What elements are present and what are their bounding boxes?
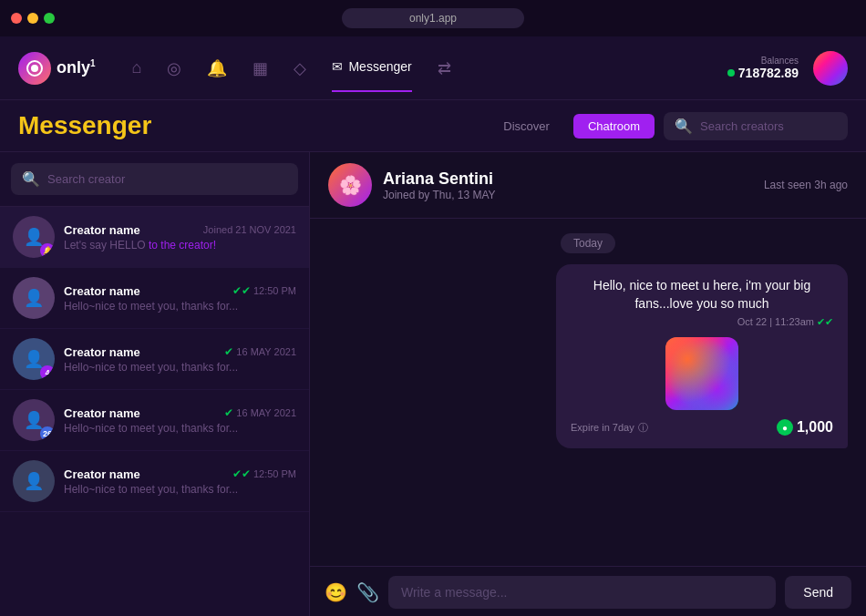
- creator-date: Joined 21 NOV 2021: [203, 224, 296, 235]
- creator-info: Creator name ✔ 16 MAY 2021 Hello~nice to…: [64, 406, 296, 435]
- url-bar[interactable]: only1.app: [342, 8, 524, 28]
- message-bubble: Hello, nice to meet u here, i'm your big…: [556, 264, 848, 448]
- logo-icon: [18, 52, 51, 85]
- discover-tab[interactable]: Discover: [489, 114, 564, 139]
- sidebar-search-icon: 🔍: [22, 170, 40, 188]
- analytics-icon[interactable]: ▦: [253, 58, 268, 78]
- list-item[interactable]: 👤 Creator name ✔✔ 12:50 PM Hello~nice to…: [0, 451, 309, 512]
- sidebar-search: 🔍: [0, 152, 309, 207]
- notification-icon[interactable]: 🔔: [207, 58, 227, 78]
- bubble-meta: Oct 22 | 11:23am ✔✔: [571, 316, 833, 328]
- search-icon: 🔍: [675, 118, 693, 135]
- coin-amount: ● 1,000: [777, 419, 833, 436]
- creator-name: Creator name: [64, 284, 140, 298]
- creator-msg: Hello~nice to meet you, thanks for...: [64, 361, 296, 374]
- main-nav: only1 ⌂ ◎ 🔔 ▦ ◇ ✉ Messenger ⇄ Balances 7…: [0, 36, 866, 100]
- header-actions: Discover Chatroom 🔍: [489, 112, 848, 140]
- home-icon[interactable]: ⌂: [132, 58, 142, 77]
- page-title: Messenger: [18, 111, 151, 140]
- creator-date: ✔✔ 12:50 PM: [232, 284, 296, 297]
- minimize-window-btn[interactable]: [27, 13, 38, 24]
- balance-info: Balances 718782.89: [727, 56, 799, 80]
- last-seen-text: Last seen 3h ago: [764, 179, 848, 191]
- emoji-icon[interactable]: 😊: [325, 581, 347, 603]
- balance-dot: [727, 69, 735, 77]
- creator-info: Creator name ✔ 16 MAY 2021 Hello~nice to…: [64, 345, 296, 374]
- messenger-nav-item[interactable]: ✉ Messenger: [332, 59, 411, 77]
- chat-header: 🌸 Ariana Sentini Joined by Thu, 13 MAY L…: [310, 152, 866, 219]
- chat-header-left: 🌸 Ariana Sentini Joined by Thu, 13 MAY: [328, 163, 496, 207]
- list-item[interactable]: 👤 Creator name ✔✔ 12:50 PM Hello~nice to…: [0, 268, 309, 329]
- creator-name: Creator name: [64, 345, 140, 359]
- expire-label: Expire in 7day: [571, 422, 634, 433]
- creator-name: Creator name: [64, 406, 140, 420]
- shuffle-icon[interactable]: ⇄: [438, 58, 451, 78]
- creator-info: Creator name ✔✔ 12:50 PM Hello~nice to m…: [64, 467, 296, 496]
- input-area: 😊 📎 Send: [310, 566, 866, 616]
- chat-user-info: Ariana Sentini Joined by Thu, 13 MAY: [383, 169, 496, 201]
- list-item[interactable]: 👤 🔔 Creator name Joined 21 NOV 2021 Let'…: [0, 207, 309, 268]
- message-time: Oct 22 | 11:23am: [737, 316, 814, 327]
- avatar: 👤: [13, 277, 55, 319]
- chat-area: 🌸 Ariana Sentini Joined by Thu, 13 MAY L…: [310, 152, 866, 616]
- expire-text: Expire in 7day ⓘ: [571, 421, 648, 435]
- broadcast-icon[interactable]: ◎: [167, 58, 181, 78]
- messenger-nav-label: Messenger: [348, 59, 411, 74]
- sidebar-search-input[interactable]: [47, 172, 287, 186]
- avatar: 👤 🔔: [13, 216, 55, 258]
- creator-info: Creator name Joined 21 NOV 2021 Let's sa…: [64, 223, 296, 252]
- chat-joined: Joined by Thu, 13 MAY: [383, 189, 496, 201]
- message-input[interactable]: [388, 576, 776, 609]
- send-button[interactable]: Send: [785, 576, 851, 609]
- creator-info: Creator name ✔✔ 12:50 PM Hello~nice to m…: [64, 284, 296, 313]
- creator-top: Creator name ✔ 16 MAY 2021: [64, 345, 296, 359]
- avatar: 👤 26: [13, 399, 55, 441]
- avatar-badge: 4: [40, 365, 55, 380]
- chat-name: Ariana Sentini: [383, 169, 496, 189]
- avatar: 👤 4: [13, 338, 55, 380]
- window-controls: [11, 13, 55, 24]
- coin-icon: ●: [777, 419, 793, 436]
- sidebar: 🔍 👤 🔔 Creator name Joined 21 NOV 2021 L: [0, 152, 310, 616]
- message-image: [665, 337, 738, 410]
- search-bar[interactable]: 🔍: [664, 112, 848, 140]
- creator-top: Creator name Joined 21 NOV 2021: [64, 223, 296, 237]
- attachment-icon[interactable]: 📎: [356, 581, 379, 603]
- chat-avatar: 🌸: [328, 163, 372, 207]
- creator-list: 👤 🔔 Creator name Joined 21 NOV 2021 Let'…: [0, 207, 309, 616]
- msg-highlight: to the creator!: [149, 239, 216, 252]
- list-item[interactable]: 👤 4 Creator name ✔ 16 MAY 2021 Hello~nic…: [0, 329, 309, 390]
- maximize-window-btn[interactable]: [44, 13, 55, 24]
- balance-amount: 718782.89: [727, 66, 799, 80]
- close-window-btn[interactable]: [11, 13, 22, 24]
- user-avatar[interactable]: [813, 51, 848, 86]
- page-header: Messenger Discover Chatroom 🔍: [0, 100, 866, 152]
- coin-value: 1,000: [797, 419, 833, 436]
- diamond-icon[interactable]: ◇: [294, 58, 306, 78]
- avatar-badge: 🔔: [40, 243, 55, 258]
- window-titlebar: only1.app: [0, 0, 866, 36]
- bubble-text: Hello, nice to meet u here, i'm your big…: [571, 277, 833, 313]
- creator-date: ✔✔ 12:50 PM: [232, 467, 296, 480]
- creator-msg: Hello~nice to meet you, thanks for...: [64, 422, 296, 435]
- logo-text: only1: [57, 58, 96, 77]
- list-item[interactable]: 👤 26 Creator name ✔ 16 MAY 2021 Hello~ni…: [0, 390, 309, 451]
- image-inner: [665, 337, 738, 410]
- messages-area: Today Hello, nice to meet u here, i'm yo…: [310, 219, 866, 566]
- nav-icons: ⌂ ◎ 🔔 ▦ ◇ ✉ Messenger ⇄: [132, 58, 727, 78]
- creator-top: Creator name ✔✔ 12:50 PM: [64, 284, 296, 298]
- balance-label: Balances: [727, 56, 799, 66]
- message-check-icon: ✔✔: [817, 316, 833, 327]
- search-input[interactable]: [700, 119, 837, 133]
- creator-msg: Hello~nice to meet you, thanks for...: [64, 300, 296, 313]
- creator-name: Creator name: [64, 467, 140, 481]
- avatar: 👤: [13, 460, 55, 502]
- main-content: 🔍 👤 🔔 Creator name Joined 21 NOV 2021 L: [0, 152, 866, 616]
- logo[interactable]: only1: [18, 52, 96, 85]
- bubble-footer: Expire in 7day ⓘ ● 1,000: [571, 419, 833, 436]
- chatroom-tab[interactable]: Chatroom: [573, 114, 655, 139]
- messenger-icon: ✉: [332, 59, 343, 74]
- sidebar-search-inner[interactable]: 🔍: [11, 163, 298, 195]
- creator-date: ✔ 16 MAY 2021: [224, 345, 296, 358]
- creator-top: Creator name ✔ 16 MAY 2021: [64, 406, 296, 420]
